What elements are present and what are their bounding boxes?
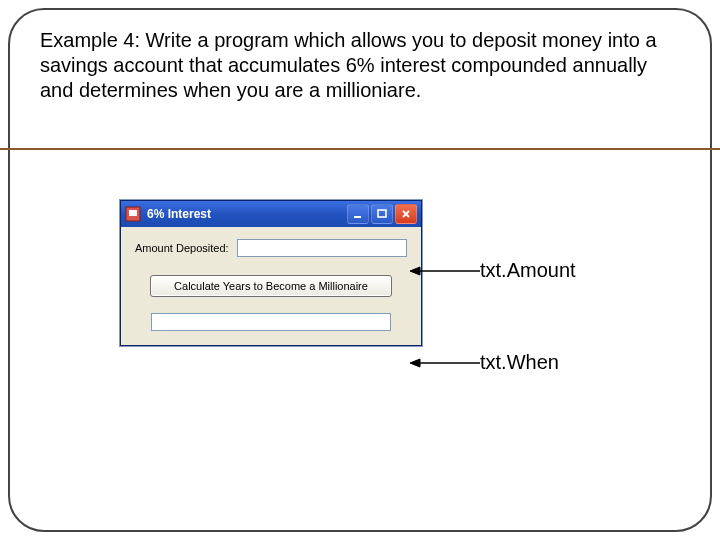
app-icon: [125, 206, 141, 222]
amount-input[interactable]: [237, 239, 407, 257]
annotation-when: txt.When: [480, 351, 559, 374]
window-title: 6% Interest: [147, 207, 347, 221]
minimize-button[interactable]: [347, 204, 369, 224]
divider: [0, 148, 720, 150]
arrow-to-amount: [410, 266, 480, 276]
calculate-button[interactable]: Calculate Years to Become a Millionaire: [150, 275, 392, 297]
amount-label: Amount Deposited:: [135, 242, 229, 254]
svg-marker-5: [410, 267, 420, 275]
annotation-amount: txt.Amount: [480, 259, 576, 282]
example-window: 6% Interest Amount Deposited: Calculate …: [120, 200, 422, 346]
svg-rect-3: [378, 210, 386, 217]
problem-statement: Example 4: Write a program which allows …: [40, 28, 680, 103]
titlebar[interactable]: 6% Interest: [121, 201, 421, 227]
arrow-to-when: [410, 358, 480, 368]
svg-rect-1: [129, 210, 137, 216]
maximize-button[interactable]: [371, 204, 393, 224]
svg-rect-2: [354, 216, 361, 218]
close-button[interactable]: [395, 204, 417, 224]
svg-marker-7: [410, 359, 420, 367]
result-output[interactable]: [151, 313, 391, 331]
